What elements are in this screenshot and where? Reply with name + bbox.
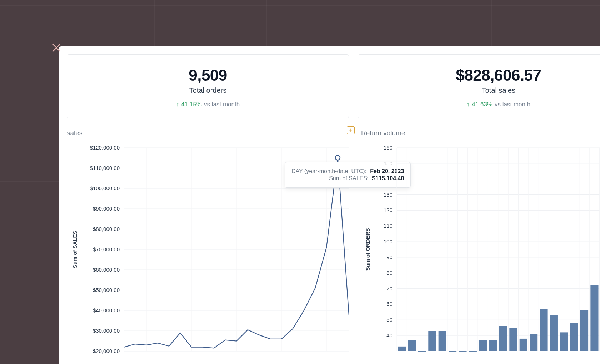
svg-text:120: 120 bbox=[384, 207, 392, 213]
svg-text:160: 160 bbox=[384, 145, 392, 151]
svg-text:70: 70 bbox=[386, 285, 392, 292]
kpi-delta-vs: vs last month bbox=[495, 101, 530, 108]
plus-icon: + bbox=[349, 127, 352, 133]
kpi-card-sales[interactable]: $828,606.57 Total sales ↑ 41.63% vs last… bbox=[358, 54, 600, 118]
close-icon[interactable] bbox=[51, 43, 61, 53]
svg-text:$30,000.00: $30,000.00 bbox=[93, 328, 120, 334]
returns-chart: Return volume 16015013012011010090807060… bbox=[361, 129, 600, 355]
svg-text:50: 50 bbox=[386, 317, 392, 323]
svg-rect-104 bbox=[520, 339, 528, 351]
svg-rect-93 bbox=[408, 340, 416, 351]
svg-text:$60,000.00: $60,000.00 bbox=[93, 267, 120, 273]
kpi-card-orders[interactable]: 9,509 Total orders ↑ 41.15% vs last mont… bbox=[67, 54, 349, 118]
svg-text:$80,000.00: $80,000.00 bbox=[93, 226, 120, 232]
svg-rect-106 bbox=[540, 309, 548, 351]
svg-rect-97 bbox=[449, 351, 456, 352]
kpi-value-orders: 9,509 bbox=[189, 66, 227, 84]
svg-text:$120,000.00: $120,000.00 bbox=[90, 145, 120, 151]
kpi-label-sales: Total sales bbox=[482, 86, 516, 95]
svg-rect-94 bbox=[418, 351, 426, 352]
svg-text:$70,000.00: $70,000.00 bbox=[93, 246, 120, 252]
svg-rect-96 bbox=[439, 331, 446, 351]
svg-text:110: 110 bbox=[384, 223, 392, 229]
kpi-delta-vs: vs last month bbox=[204, 101, 240, 108]
sales-chart-area[interactable]: $120,000.00$110,000.00$100,000.00$90,000… bbox=[67, 141, 352, 355]
svg-text:$20,000.00: $20,000.00 bbox=[93, 348, 120, 354]
svg-rect-92 bbox=[398, 347, 406, 351]
svg-text:80: 80 bbox=[386, 270, 392, 276]
add-chart-button[interactable]: + bbox=[347, 126, 355, 134]
svg-rect-100 bbox=[479, 340, 487, 351]
svg-rect-105 bbox=[530, 334, 538, 351]
svg-rect-111 bbox=[590, 285, 598, 351]
svg-text:$110,000.00: $110,000.00 bbox=[90, 165, 120, 171]
chart-title-returns: Return volume bbox=[361, 129, 600, 137]
svg-text:100: 100 bbox=[384, 238, 392, 244]
returns-chart-area[interactable]: 160150130120110100908070605040Sum of ORD… bbox=[361, 141, 600, 355]
svg-text:40: 40 bbox=[386, 332, 392, 338]
svg-point-44 bbox=[335, 155, 340, 160]
svg-rect-99 bbox=[469, 351, 477, 352]
svg-text:$40,000.00: $40,000.00 bbox=[93, 307, 120, 313]
svg-rect-98 bbox=[459, 351, 466, 352]
kpi-delta-orders: ↑ 41.15% vs last month bbox=[176, 101, 240, 108]
svg-text:90: 90 bbox=[386, 254, 392, 260]
svg-rect-95 bbox=[428, 331, 436, 351]
tooltip-day-label: DAY (year-month-date, UTC): bbox=[291, 168, 366, 175]
svg-rect-110 bbox=[580, 310, 588, 351]
svg-rect-101 bbox=[489, 340, 497, 351]
svg-text:$90,000.00: $90,000.00 bbox=[93, 206, 120, 212]
svg-text:Sum of SALES: Sum of SALES bbox=[72, 231, 78, 268]
chart-title-sales: sales bbox=[67, 129, 352, 137]
svg-text:$50,000.00: $50,000.00 bbox=[93, 287, 120, 293]
kpi-delta-pct: 41.15% bbox=[181, 101, 202, 108]
trend-up-icon: ↑ bbox=[176, 101, 179, 108]
kpi-value-sales: $828,606.57 bbox=[456, 66, 541, 84]
charts-row: sales + $120,000.00$110,000.00$100,000.0… bbox=[67, 129, 600, 355]
svg-rect-103 bbox=[509, 328, 517, 351]
svg-text:130: 130 bbox=[384, 192, 392, 198]
trend-up-icon: ↑ bbox=[467, 101, 470, 108]
dashboard-panel: 9,509 Total orders ↑ 41.15% vs last mont… bbox=[59, 46, 600, 364]
svg-text:60: 60 bbox=[386, 301, 392, 307]
svg-rect-107 bbox=[550, 315, 558, 351]
svg-text:Sum of ORDERS: Sum of ORDERS bbox=[365, 228, 371, 271]
kpi-delta-pct: 41.63% bbox=[472, 101, 492, 108]
kpi-label-orders: Total orders bbox=[189, 86, 227, 95]
kpi-delta-sales: ↑ 41.63% vs last month bbox=[467, 101, 530, 108]
svg-text:$100,000.00: $100,000.00 bbox=[90, 185, 120, 191]
svg-rect-102 bbox=[499, 326, 507, 351]
svg-text:150: 150 bbox=[384, 160, 392, 166]
svg-rect-109 bbox=[570, 323, 578, 351]
kpi-row: 9,509 Total orders ↑ 41.15% vs last mont… bbox=[67, 54, 600, 118]
svg-rect-108 bbox=[560, 332, 568, 351]
sales-chart: sales + $120,000.00$110,000.00$100,000.0… bbox=[67, 129, 352, 355]
